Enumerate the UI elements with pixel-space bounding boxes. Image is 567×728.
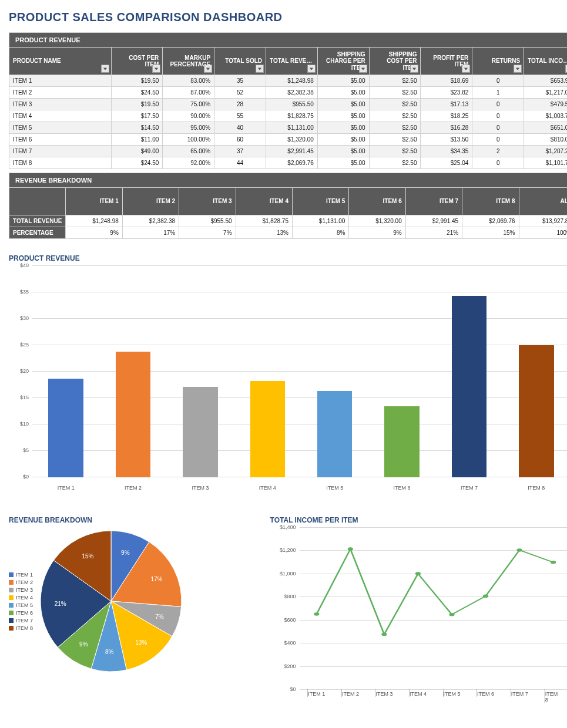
col-header[interactable]: TOTAL INCOME: [524, 48, 567, 75]
cell[interactable]: ITEM 5: [9, 122, 112, 134]
col-header[interactable]: SHIPPINGCHARGE PERITEM: [317, 48, 369, 75]
col-header[interactable]: COST PERITEM: [111, 48, 163, 75]
filter-dropdown-icon[interactable]: [359, 65, 367, 73]
cell[interactable]: ITEM 8: [9, 157, 112, 169]
cell[interactable]: $810.00: [524, 134, 567, 146]
cell[interactable]: 65.00%: [163, 146, 214, 157]
cell[interactable]: $2,069.76: [266, 157, 318, 169]
col-header[interactable]: TOTAL REVENUE: [266, 48, 318, 75]
cell[interactable]: $2,991.45: [266, 146, 318, 157]
cell[interactable]: $2.50: [369, 146, 421, 157]
filter-dropdown-icon[interactable]: [410, 65, 418, 73]
cell[interactable]: 83.00%: [163, 75, 214, 87]
cell[interactable]: $5.00: [317, 122, 369, 134]
cell[interactable]: ITEM 1: [9, 75, 112, 87]
cell[interactable]: 52: [214, 87, 266, 99]
cell[interactable]: $1,217.07: [524, 87, 567, 99]
cell[interactable]: 44: [214, 157, 266, 169]
cell[interactable]: $13.50: [421, 134, 472, 146]
cell[interactable]: $1,828.75: [266, 110, 318, 122]
cell[interactable]: 2: [472, 146, 524, 157]
cell[interactable]: $2,382.38: [266, 87, 318, 99]
filter-dropdown-icon[interactable]: [462, 65, 470, 73]
cell[interactable]: ITEM 7: [9, 146, 112, 157]
cell[interactable]: $1,248.98: [266, 75, 318, 87]
cell[interactable]: $1,320.00: [266, 134, 318, 146]
cell[interactable]: ITEM 6: [9, 134, 112, 146]
cell[interactable]: $5.00: [317, 75, 369, 87]
cell[interactable]: 40: [214, 122, 266, 134]
cell[interactable]: $955.50: [266, 99, 318, 110]
cell[interactable]: $2.50: [369, 99, 421, 110]
cell[interactable]: 92.00%: [163, 157, 214, 169]
cell[interactable]: 90.00%: [163, 110, 214, 122]
cell[interactable]: $5.00: [317, 134, 369, 146]
cell[interactable]: 0: [472, 110, 524, 122]
cell[interactable]: $5.00: [317, 110, 369, 122]
cell[interactable]: $25.04: [421, 157, 472, 169]
cell[interactable]: 100.00%: [163, 134, 214, 146]
cell[interactable]: $2.50: [369, 87, 421, 99]
cell[interactable]: 55: [214, 110, 266, 122]
filter-dropdown-icon[interactable]: [307, 65, 316, 73]
cell[interactable]: 35: [214, 75, 266, 87]
cell[interactable]: 37: [214, 146, 266, 157]
cell[interactable]: 60: [214, 134, 266, 146]
cell[interactable]: 75.00%: [163, 99, 214, 110]
col-header[interactable]: PROFIT PERITEM: [421, 48, 472, 75]
cell[interactable]: $16.28: [421, 122, 472, 134]
cell[interactable]: $2.50: [369, 134, 421, 146]
cell[interactable]: $653.98: [524, 75, 567, 87]
cell[interactable]: $2.50: [369, 75, 421, 87]
svg-marker-6: [412, 68, 416, 70]
cell[interactable]: $2.50: [369, 157, 421, 169]
col-header[interactable]: PRODUCT NAME: [9, 48, 112, 75]
cell[interactable]: $14.50: [111, 122, 163, 134]
cell[interactable]: $19.50: [111, 75, 163, 87]
cell[interactable]: $24.50: [111, 157, 163, 169]
cell[interactable]: 0: [472, 157, 524, 169]
cell[interactable]: 0: [472, 99, 524, 110]
cell[interactable]: 87.00%: [163, 87, 214, 99]
filter-dropdown-icon[interactable]: [152, 65, 160, 73]
cell[interactable]: $479.50: [524, 99, 567, 110]
col-header[interactable]: RETURNS: [472, 48, 524, 75]
cell[interactable]: $17.13: [421, 99, 472, 110]
col-header[interactable]: SHIPPINGCOST PERITEM: [369, 48, 421, 75]
cell[interactable]: $2.50: [369, 122, 421, 134]
cell[interactable]: ITEM 2: [9, 87, 112, 99]
cell[interactable]: $1,207.25: [524, 146, 567, 157]
filter-dropdown-icon[interactable]: [256, 65, 264, 73]
cell[interactable]: $18.25: [421, 110, 472, 122]
cell[interactable]: $34.35: [421, 146, 472, 157]
cell[interactable]: $651.00: [524, 122, 567, 134]
cell[interactable]: ITEM 4: [9, 110, 112, 122]
cell[interactable]: 0: [472, 75, 524, 87]
cell[interactable]: ITEM 3: [9, 99, 112, 110]
cell[interactable]: $23.82: [421, 87, 472, 99]
col-header[interactable]: MARKUPPERCENTAGE: [163, 48, 214, 75]
cell[interactable]: $24.50: [111, 87, 163, 99]
cell[interactable]: $1,131.00: [266, 122, 318, 134]
cell[interactable]: $11.00: [111, 134, 163, 146]
cell[interactable]: 28: [214, 99, 266, 110]
filter-dropdown-icon[interactable]: [514, 65, 522, 73]
cell[interactable]: $2.50: [369, 110, 421, 122]
col-header[interactable]: TOTAL SOLD: [214, 48, 266, 75]
cell[interactable]: $5.00: [317, 99, 369, 110]
cell[interactable]: $19.50: [111, 99, 163, 110]
cell[interactable]: $17.50: [111, 110, 163, 122]
filter-dropdown-icon[interactable]: [204, 65, 212, 73]
cell[interactable]: $1,101.76: [524, 157, 567, 169]
cell[interactable]: $5.00: [317, 146, 369, 157]
cell[interactable]: 0: [472, 122, 524, 134]
cell[interactable]: $49.00: [111, 146, 163, 157]
filter-dropdown-icon[interactable]: [101, 65, 109, 73]
cell[interactable]: 1: [472, 87, 524, 99]
cell[interactable]: $5.00: [317, 157, 369, 169]
cell[interactable]: 0: [472, 134, 524, 146]
cell[interactable]: 95.00%: [163, 122, 214, 134]
cell[interactable]: $18.69: [421, 75, 472, 87]
cell[interactable]: $1,003.75: [524, 110, 567, 122]
cell[interactable]: $5.00: [317, 87, 369, 99]
